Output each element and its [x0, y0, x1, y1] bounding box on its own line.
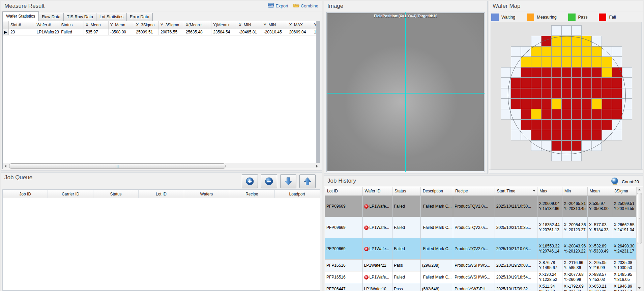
jh-col-status[interactable]: Status	[392, 187, 421, 195]
scrollbar-thumb[interactable]: |||	[9, 163, 226, 169]
jh-col-description[interactable]: Description	[421, 187, 453, 195]
jq-col-carrier-id[interactable]: Carrier ID	[48, 190, 93, 198]
jh-col-3sigma[interactable]: 3Sigma	[612, 187, 637, 195]
jh-cell-max: X:-130.24 Y:1228.52	[537, 271, 562, 283]
jh-cell-3sigma: X:25099.51 Y:20076.55	[612, 196, 637, 217]
jq-col-recipe[interactable]: Recipe	[229, 190, 274, 198]
jh-cell-description: Failed Mark C...	[421, 196, 453, 217]
jh-cell-start-time: 2025/10/21/10:35...	[495, 217, 537, 238]
job-history-vertical-scrollbar[interactable]: ≡	[636, 187, 642, 291]
scroll-up-arrow-icon[interactable]	[637, 187, 642, 192]
measure-cell: -20465.81	[237, 29, 262, 35]
combine-button[interactable]: Combine	[293, 3, 318, 9]
job-history-row[interactable]: PFP09669✕LP1Wafe...FailedFailed Mark C..…	[325, 238, 637, 260]
job-history-row[interactable]: PFP16516✕LP1Wafe...FailedFailed Mark C..…	[325, 271, 637, 283]
jh-cell-start-time: 2025/10/17/09:32...	[495, 283, 537, 291]
mr-col-x-mean[interactable]: X_Mean	[84, 21, 109, 29]
measure-table-row[interactable]: ▶23LP1Wafer23Failed535.97-3508.0025099.5…	[3, 29, 320, 35]
tab-raw-data[interactable]: Raw Data	[38, 13, 64, 21]
jh-cell-lot-id: PFP16516	[325, 260, 363, 271]
job-history-table-body: PFP09669✕LP1Wafe...FailedFailed Mark C..…	[325, 196, 637, 291]
combine-label: Combine	[301, 3, 318, 8]
jh-cell-mean: X:535.97 Y:-3508.00	[588, 196, 613, 217]
tab-error-data[interactable]: Error Data	[126, 13, 153, 21]
jq-col-loadport[interactable]: Loadport	[275, 190, 320, 198]
mr-col-x-max[interactable]: X_MAX	[287, 21, 312, 29]
job-history-row[interactable]: PFP09669✕LP1Wafe...FailedFailed Mark C..…	[325, 217, 637, 238]
job-history-row[interactable]: PFP06447LP1Wafer10Pass(682/648)Product\Y…	[325, 283, 637, 291]
export-button[interactable]: CSV Export	[268, 3, 288, 9]
jh-cell-status: Pass	[392, 283, 421, 291]
camera-image[interactable]: FieldPosition:(X=1,Y=-4) TargetId:16	[326, 12, 485, 172]
remove-job-button[interactable]	[261, 174, 277, 188]
jq-col-lot-id[interactable]: Lot ID	[139, 190, 184, 198]
job-history-table: Lot IDWafer IDStatusDescriptionRecipeSta…	[325, 187, 637, 291]
jh-col-start-time[interactable]: Start Time	[495, 187, 537, 195]
sort-descending-icon	[533, 190, 535, 192]
scroll-right-arrow-icon[interactable]	[314, 163, 320, 169]
scrollbar-thumb[interactable]: ≡	[637, 193, 642, 244]
failed-status-icon: ✕	[364, 247, 369, 251]
measure-horizontal-scrollbar[interactable]: |||	[3, 163, 320, 169]
measure-table-body: ▶23LP1Wafer23Failed535.97-3508.0025099.5…	[3, 29, 320, 35]
jq-col-status[interactable]: Status	[93, 190, 139, 198]
jh-cell-max: X:18352.44 Y:20761.13	[537, 217, 562, 238]
measure-vertical-scrollbar[interactable]	[316, 21, 320, 163]
tab-lot-statistics[interactable]: Lot Statistics	[96, 13, 127, 21]
minus-icon	[264, 176, 274, 186]
jh-col-max[interactable]: Max	[537, 187, 562, 195]
job-history-row[interactable]: PFP09669✕LP1Wafe...FailedFailed Mark C..…	[325, 196, 637, 217]
jh-col-min[interactable]: Min	[562, 187, 588, 195]
mr-col-x-3sigma[interactable]: X_3Sigma	[134, 21, 159, 29]
jh-col-mean[interactable]: Mean	[588, 187, 613, 195]
measure-table-header: Slot #Wafer #StatusX_MeanY_MeanX_3SigmaY…	[3, 21, 320, 29]
measure-cell: 23	[9, 29, 35, 35]
mr-col-wafer[interactable]: Wafer #	[35, 21, 60, 29]
jh-cell-lot-id: PFP16516	[325, 271, 363, 283]
jq-col-wafers[interactable]: Wafers	[184, 190, 229, 198]
jq-col-job-id[interactable]: Job ID	[3, 190, 48, 198]
wafer-die-cell	[551, 25, 561, 36]
mr-col-y-mean[interactable]: Y(Mean+...	[211, 21, 237, 29]
move-down-button[interactable]	[280, 174, 296, 188]
measure-result-panel: Measure Result CSV Export Combine Wafer …	[1, 1, 322, 170]
add-job-button[interactable]	[242, 174, 258, 188]
job-history-table-header: Lot IDWafer IDStatusDescriptionRecipeSta…	[325, 187, 637, 196]
lens-icon[interactable]	[610, 177, 619, 187]
measure-tabs: Wafer StatisticsRaw DataTIS Raw DataLot …	[2, 12, 152, 21]
crosshair-horizontal-line	[327, 93, 485, 94]
svg-text:CSV: CSV	[269, 4, 273, 6]
jh-cell-3sigma: X:1946.89 Y:1037.62	[612, 283, 637, 291]
mr-col-y-min[interactable]: Y_MIN	[262, 21, 288, 29]
tab-wafer-statistics[interactable]: Wafer Statistics	[2, 11, 39, 21]
move-up-button[interactable]	[299, 174, 316, 188]
wafer-statistics-tabpage: Slot #Wafer #StatusX_MeanY_MeanX_3SigmaY…	[2, 21, 320, 169]
mr-col-slot[interactable]: Slot #	[9, 21, 35, 29]
jh-cell-wafer-id: LP1Wafer10	[363, 283, 393, 291]
legend-swatch-fail	[599, 14, 606, 21]
jh-col-lot-id[interactable]: Lot ID	[325, 187, 363, 195]
csv-export-icon: CSV	[268, 3, 274, 9]
jh-cell-start-time: 2025/10/19/20:08...	[495, 260, 537, 271]
scroll-left-arrow-icon[interactable]	[3, 163, 8, 169]
jh-cell-mean: X:-577.03 Y:-5184.33	[588, 217, 613, 238]
mr-col-x-min[interactable]: X_MIN	[237, 21, 262, 29]
legend-swatch-pass	[568, 14, 576, 21]
mr-col-y-mean[interactable]: Y_Mean	[109, 21, 135, 29]
legend-label-pass: Pass	[578, 15, 588, 20]
jh-col-recipe[interactable]: Recipe	[453, 187, 495, 195]
job-history-row[interactable]: PFP16516LP1Wafer22Pass(296/288)Product\W…	[325, 260, 637, 271]
tab-tis-raw-data[interactable]: TIS Raw Data	[63, 13, 96, 21]
jh-cell-start-time: 2025/10/21/10:08...	[495, 238, 537, 259]
jh-col-wafer-id[interactable]: Wafer ID	[363, 187, 393, 195]
image-panel: Image FieldPosition:(X=1,Y=-4) TargetId:…	[324, 1, 488, 174]
jh-cell-start-time: 2025/10/19/18:54...	[495, 271, 537, 283]
failed-status-icon: ✕	[364, 204, 369, 209]
mr-col-status[interactable]: Status	[59, 21, 84, 29]
mr-col-x-mean[interactable]: X(Mean+...	[184, 21, 212, 29]
mr-col-y-3sigma[interactable]: Y_3Sigma	[159, 21, 184, 29]
scroll-down-arrow-icon[interactable]	[637, 285, 642, 291]
export-label: Export	[275, 3, 288, 8]
folder-icon	[293, 3, 299, 9]
wafer-die-cell	[612, 46, 622, 57]
